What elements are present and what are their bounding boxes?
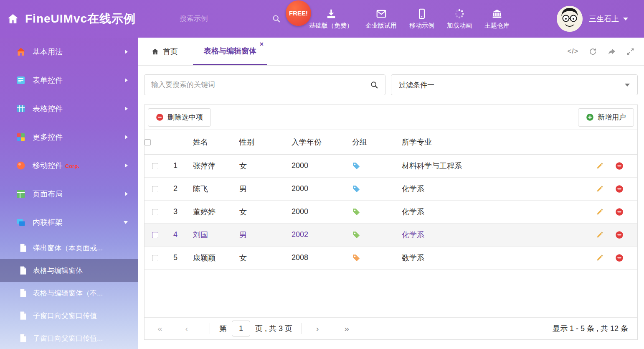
edit-icon[interactable]	[596, 161, 604, 170]
brand[interactable]: FineUIMvc在线示例	[7, 0, 136, 38]
table-icon	[16, 104, 26, 114]
sidebar-item-mobile-controls[interactable]: 移动控件Corp.	[0, 151, 138, 180]
sidebar-item-grid-controls[interactable]: 表格控件	[0, 94, 138, 123]
next-page-button[interactable]: ›	[311, 324, 324, 334]
major-link[interactable]: 化学系	[402, 208, 424, 216]
delete-row-icon[interactable]	[615, 161, 624, 170]
cell-gender: 女	[233, 246, 286, 269]
row-checkbox[interactable]	[152, 163, 158, 169]
delete-row-icon[interactable]	[615, 184, 624, 193]
chevron-right-icon	[125, 135, 128, 139]
row-checkbox[interactable]	[152, 255, 158, 261]
nav-item-loading-animation[interactable]: 加载动画	[441, 8, 478, 30]
table-row[interactable]: 1 张萍萍 女 2000 材料科学与工程系	[145, 154, 637, 177]
nav-item-enterprise-trial[interactable]: 企业版试用	[359, 8, 403, 30]
sidebar-subitem-child-to-parent[interactable]: 子窗口向父窗口传值	[0, 304, 138, 327]
user-avatar[interactable]	[557, 6, 583, 32]
tab-close-icon[interactable]: ×	[260, 41, 264, 48]
refresh-icon[interactable]	[588, 47, 597, 56]
table-row[interactable]: 3 董婷婷 女 2000 化学系	[145, 200, 637, 223]
row-index: 5	[165, 246, 185, 269]
record-summary: 显示 1 - 5 条 , 共 12 条	[553, 324, 628, 334]
nav-item-basic-edition[interactable]: 基础版（免费）	[303, 8, 359, 30]
cell-name: 张萍萍	[185, 154, 233, 177]
cell-year: 2002	[286, 223, 346, 246]
file-icon	[19, 243, 27, 252]
edit-icon[interactable]	[596, 207, 604, 216]
table-row-selected[interactable]: 4 刘国 男 2002 化学系	[145, 223, 637, 246]
tab-grid-edit-window[interactable]: 表格与编辑窗体 ×	[193, 38, 267, 65]
button-label: 删除选中项	[167, 112, 203, 122]
major-link[interactable]: 数学系	[402, 254, 424, 262]
row-checkbox[interactable]	[152, 232, 158, 238]
download-icon	[326, 8, 337, 19]
row-checkbox[interactable]	[152, 209, 158, 215]
cell-gender: 女	[233, 200, 286, 223]
sidebar-item-form-controls[interactable]: 表单控件	[0, 66, 138, 94]
code-icon[interactable]: </>	[568, 48, 578, 55]
tag-icon	[352, 184, 360, 193]
th-major: 所学专业	[394, 130, 586, 154]
layout-icon	[16, 189, 26, 199]
row-index: 2	[165, 177, 185, 200]
user-menu[interactable]: 三生石上	[589, 0, 628, 38]
header-search-input[interactable]	[180, 15, 272, 23]
page-suffix: 页 , 共 3 页	[255, 324, 292, 334]
sidebar-item-basic-usage[interactable]: 基本用法	[0, 38, 138, 66]
th-checkbox	[145, 130, 165, 154]
chevron-right-icon	[125, 163, 128, 168]
filter-selected-value: 过滤条件一	[399, 80, 434, 90]
nav-item-theme-repo[interactable]: 主题仓库	[478, 8, 516, 30]
nav-item-mobile-demo[interactable]: 移动示例	[403, 8, 441, 30]
select-all-checkbox[interactable]	[145, 139, 151, 145]
sidebar-item-page-layout[interactable]: 页面布局	[0, 180, 138, 208]
sidebar-subitem-grid-edit-window-2[interactable]: 表格与编辑窗体（不...	[0, 282, 138, 304]
edit-icon[interactable]	[596, 253, 604, 262]
expand-icon[interactable]	[626, 47, 635, 56]
major-link[interactable]: 材料科学与工程系	[402, 162, 462, 170]
sidebar-subitem-child-to-parent-2[interactable]: 子窗口向父窗口传值...	[0, 327, 138, 349]
delete-row-icon[interactable]	[615, 207, 624, 216]
search-icon[interactable]	[272, 14, 281, 23]
sidebar-item-more-controls[interactable]: 更多控件	[0, 123, 138, 151]
sidebar-subitem-grid-edit-window[interactable]: 表格与编辑窗体	[0, 259, 138, 282]
app-home-icon	[7, 13, 19, 25]
delete-row-icon[interactable]	[615, 253, 624, 262]
top-header: FineUIMvc在线示例 FREE! 基础版（免费） 企业版试用 移动示例 加…	[0, 0, 644, 38]
add-user-button[interactable]: 新增用户	[578, 108, 634, 127]
data-grid: 姓名 性别 入学年份 分组 所学专业 1 张萍萍 女 2000	[145, 130, 637, 270]
page-number-input[interactable]	[232, 321, 250, 336]
delete-selected-button[interactable]: 删除选中项	[148, 108, 211, 127]
chevron-down-icon	[623, 18, 628, 20]
prev-page-button[interactable]: ‹	[180, 324, 193, 334]
pagination-bar: « ‹ 第 页 , 共 3 页 › » 显示 1 - 5 条 , 共 12 条	[145, 317, 637, 339]
cell-name: 刘国	[185, 223, 233, 246]
home-icon	[151, 48, 159, 56]
tag-icon	[352, 207, 360, 216]
last-page-button[interactable]: »	[340, 324, 353, 334]
button-label: 新增用户	[598, 112, 626, 122]
table-row[interactable]: 2 陈飞 男 2000 化学系	[145, 177, 637, 200]
sidebar-subitem-popup-window[interactable]: 弹出窗体（本页面或...	[0, 237, 138, 259]
search-icon[interactable]	[363, 75, 385, 95]
delete-row-icon[interactable]	[615, 230, 624, 239]
sidebar-subitem-label: 表格与编辑窗体（不...	[33, 288, 103, 298]
tab-home[interactable]: 首页	[144, 38, 185, 65]
sidebar-item-iframe[interactable]: 内联框架	[0, 208, 138, 237]
first-page-button[interactable]: «	[154, 324, 166, 334]
edit-icon[interactable]	[596, 184, 604, 193]
filter-dropdown[interactable]: 过滤条件一	[391, 74, 638, 95]
major-link[interactable]: 化学系	[402, 185, 424, 193]
table-search-input[interactable]	[145, 81, 363, 89]
table-row[interactable]: 5 康颖颖 女 2008 数学系	[145, 246, 637, 269]
row-index: 3	[165, 200, 185, 223]
row-checkbox[interactable]	[152, 186, 158, 192]
mobile-circle-icon	[16, 160, 26, 171]
edit-icon[interactable]	[596, 230, 604, 239]
nav-label: 基础版（免费）	[309, 22, 353, 30]
share-icon[interactable]	[607, 47, 616, 56]
major-link[interactable]: 化学系	[402, 231, 424, 239]
home-icon	[16, 47, 26, 57]
sidebar-item-label: 内联框架	[33, 217, 63, 227]
avatar-image	[557, 6, 583, 32]
